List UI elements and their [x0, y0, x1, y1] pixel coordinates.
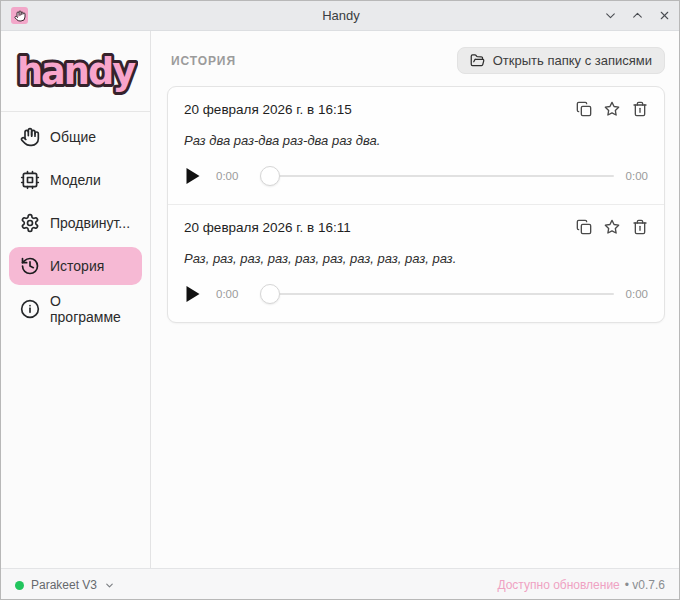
sidebar: handy Общие [1, 31, 151, 568]
window-title: Handy [1, 8, 680, 23]
history-card: 20 февраля 2026 г. в 16:15 [167, 86, 665, 323]
history-entry: 20 февраля 2026 г. в 16:15 [168, 87, 664, 204]
hand-icon [19, 127, 40, 148]
trash-icon[interactable] [632, 101, 648, 117]
seek-slider[interactable] [260, 166, 614, 186]
play-icon[interactable] [184, 168, 201, 185]
info-icon [19, 299, 40, 320]
sidebar-item-models[interactable]: Модели [9, 161, 142, 199]
sidebar-item-general[interactable]: Общие [9, 118, 142, 156]
entry-date: 20 февраля 2026 г. в 16:15 [184, 102, 352, 117]
transcript-text: Раз два раз-два раз-два раз два. [184, 133, 648, 148]
star-icon[interactable] [604, 101, 620, 117]
chevron-down-icon [104, 580, 115, 591]
section-title: ИСТОРИЯ [171, 54, 236, 68]
titlebar: Handy [1, 1, 680, 31]
current-time: 0:00 [216, 170, 246, 182]
statusbar: Parakeet V3 Доступно обновление • v0.7.6 [1, 568, 680, 600]
maximize-icon[interactable] [631, 9, 644, 22]
play-icon[interactable] [184, 286, 201, 303]
audio-player: 0:00 0:00 [184, 166, 648, 186]
total-time: 0:00 [626, 170, 648, 182]
sidebar-item-label: Модели [50, 172, 101, 188]
model-selector[interactable]: Parakeet V3 [15, 578, 115, 592]
trash-icon[interactable] [632, 219, 648, 235]
slider-thumb[interactable] [260, 166, 280, 186]
open-recordings-folder-button[interactable]: Открыть папку с записями [457, 47, 665, 74]
entry-date: 20 февраля 2026 г. в 16:11 [184, 220, 351, 235]
slider-track[interactable] [270, 175, 614, 177]
model-name: Parakeet V3 [31, 578, 97, 592]
transcript-text: Раз, раз, раз, раз, раз, раз, раз, раз, … [184, 251, 648, 266]
sidebar-item-history[interactable]: История [9, 247, 142, 285]
sidebar-item-label: История [50, 258, 104, 274]
version-label: • v0.7.6 [625, 578, 665, 592]
history-icon [19, 256, 40, 277]
close-icon[interactable] [658, 9, 671, 22]
status-dot [15, 581, 24, 590]
update-available-link[interactable]: Доступно обновление [497, 578, 619, 592]
app-window: Handy handy [1, 1, 680, 600]
chip-icon [19, 170, 40, 191]
main-content: ИСТОРИЯ Открыть папку с записями 20 февр… [151, 31, 680, 568]
sidebar-item-about[interactable]: О программе [9, 290, 142, 328]
handy-logo: handy [1, 31, 150, 107]
folder-open-icon [470, 53, 485, 68]
slider-thumb[interactable] [260, 284, 280, 304]
sidebar-nav: Общие Модели [1, 112, 150, 334]
copy-icon[interactable] [576, 219, 592, 235]
total-time: 0:00 [626, 288, 648, 300]
sidebar-item-label: Общие [50, 129, 96, 145]
star-icon[interactable] [604, 219, 620, 235]
seek-slider[interactable] [260, 284, 614, 304]
open-folder-label: Открыть папку с записями [493, 53, 652, 68]
minimize-icon[interactable] [604, 9, 617, 22]
sidebar-item-advanced[interactable]: Продвинут... [9, 204, 142, 242]
copy-icon[interactable] [576, 101, 592, 117]
sidebar-item-label: Продвинут... [50, 215, 130, 231]
history-entry: 20 февраля 2026 г. в 16:11 [168, 204, 664, 322]
slider-track[interactable] [270, 293, 614, 295]
audio-player: 0:00 0:00 [184, 284, 648, 304]
current-time: 0:00 [216, 288, 246, 300]
sidebar-item-label: О программе [50, 293, 132, 325]
gear-icon [19, 213, 40, 234]
svg-text:handy: handy [17, 50, 136, 93]
